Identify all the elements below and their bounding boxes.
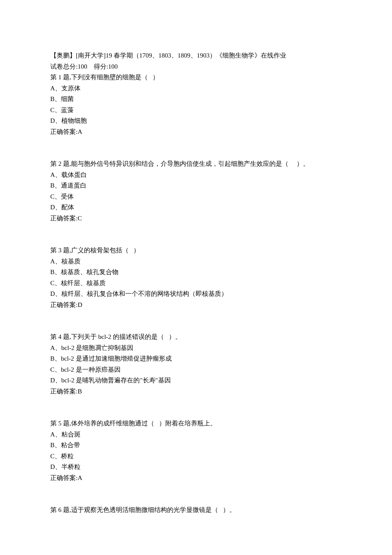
question-2: 第 2 题,能与胞外信号特异识别和结合，介导胞内信使生成，引起细胞产生效应的是（… bbox=[50, 159, 342, 224]
option-d: D、植物细胞 bbox=[50, 116, 342, 127]
spacer bbox=[50, 310, 342, 332]
option-a: A、支原体 bbox=[50, 83, 342, 94]
option-d: D、配体 bbox=[50, 202, 342, 213]
question-title: 第 4 题,下列关于 bcl-2 的描述错误的是（ ）。 bbox=[50, 332, 342, 343]
option-d: D、半桥粒 bbox=[50, 462, 342, 473]
option-c: C、受体 bbox=[50, 191, 342, 202]
correct-answer: 正确答案:B bbox=[50, 386, 342, 397]
question-6: 第 6 题,适于观察无色透明活细胞微细结构的光学显微镜是（ ）。 bbox=[50, 505, 342, 516]
spacer bbox=[50, 397, 342, 418]
correct-answer: 正确答案:A bbox=[50, 473, 342, 484]
question-title: 第 2 题,能与胞外信号特异识别和结合，介导胞内信使生成，引起细胞产生效应的是（… bbox=[50, 159, 342, 170]
spacer bbox=[50, 137, 342, 159]
option-b: B、粘合带 bbox=[50, 440, 342, 451]
correct-answer: 正确答案:A bbox=[50, 127, 342, 138]
option-b: B、bcl-2 是通过加速细胞增殖促进肿瘤形成 bbox=[50, 353, 342, 364]
option-c: C、bcl-2 是一种原癌基因 bbox=[50, 364, 342, 376]
question-4: 第 4 题,下列关于 bcl-2 的描述错误的是（ ）。 A、bcl-2 是细胞… bbox=[50, 332, 342, 397]
option-b: B、通道蛋白 bbox=[50, 180, 342, 191]
question-title: 第 3 题,广义的核骨架包括（ ） bbox=[50, 245, 342, 256]
option-c: C、桥粒 bbox=[50, 451, 342, 462]
option-c: C、蓝藻 bbox=[50, 105, 342, 116]
option-c: C、核纤层、核基质 bbox=[50, 278, 342, 289]
option-a: A、核基质 bbox=[50, 256, 342, 267]
option-d: D、核纤层、核孔复合体和一个不溶的网络状结构（即核基质） bbox=[50, 289, 342, 300]
spacer bbox=[50, 483, 342, 505]
spacer bbox=[50, 224, 342, 245]
option-b: B、核基质、核孔复合物 bbox=[50, 267, 342, 278]
question-title: 第 6 题,适于观察无色透明活细胞微细结构的光学显微镜是（ ）。 bbox=[50, 505, 342, 516]
correct-answer: 正确答案:C bbox=[50, 213, 342, 224]
option-b: B、细菌 bbox=[50, 94, 342, 105]
score-line: 试卷总分:100 得分:100 bbox=[50, 61, 342, 72]
question-1: 第 1 题,下列没有细胞壁的细胞是（ ） A、支原体 B、细菌 C、蓝藻 D、植… bbox=[50, 72, 342, 137]
option-a: A、载体蛋白 bbox=[50, 170, 342, 181]
option-d: D、bcl-2 是哺乳动物普遍存在的"长寿"基因 bbox=[50, 375, 342, 386]
exam-header: 【奥鹏】[南开大学]19 春学期（1709、1803、1809、1903）《细胞… bbox=[50, 50, 342, 61]
option-a: A、bcl-2 是细胞凋亡抑制基因 bbox=[50, 343, 342, 354]
question-title: 第 5 题,体外培养的成纤维细胞通过（ ）附着在培养瓶上。 bbox=[50, 418, 342, 429]
option-a: A、粘合斑 bbox=[50, 429, 342, 440]
question-5: 第 5 题,体外培养的成纤维细胞通过（ ）附着在培养瓶上。 A、粘合斑 B、粘合… bbox=[50, 418, 342, 483]
question-3: 第 3 题,广义的核骨架包括（ ） A、核基质 B、核基质、核孔复合物 C、核纤… bbox=[50, 245, 342, 310]
question-title: 第 1 题,下列没有细胞壁的细胞是（ ） bbox=[50, 72, 342, 83]
correct-answer: 正确答案:D bbox=[50, 300, 342, 311]
